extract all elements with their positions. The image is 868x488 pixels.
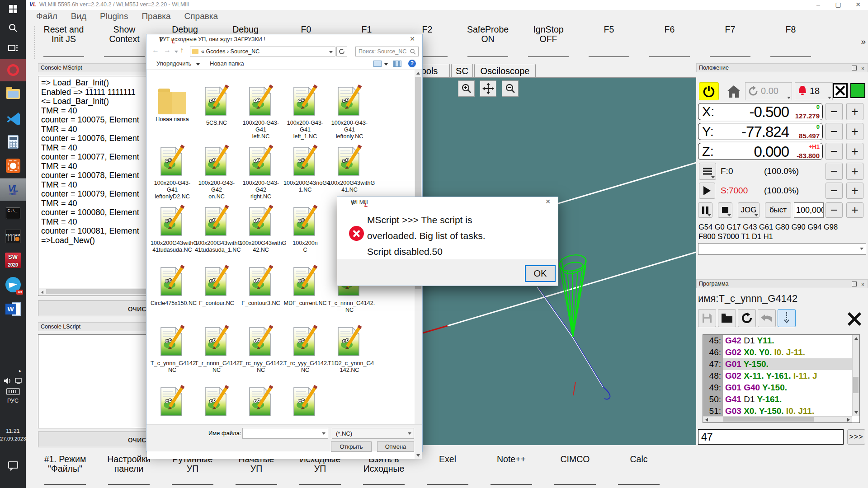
gcode-line[interactable]: 49:G01 G40 Y-150. (703, 382, 852, 394)
file-item[interactable]: 100x200G43withG 41.NC (328, 142, 371, 201)
gcode-line[interactable]: 45:G42 D1 Y11. (703, 335, 852, 347)
file-item[interactable]: F_contour.NC (195, 262, 238, 321)
file-item[interactable]: 100x200-G43-G42 on.NC (195, 142, 238, 201)
spindle-rotation-control[interactable]: 0.00 (745, 82, 792, 100)
jog-plus-button[interactable]: + (846, 202, 863, 218)
rapid-button[interactable]: быст (765, 202, 791, 218)
menu-item[interactable]: Справка (178, 10, 225, 22)
bottom-toolbar-button[interactable]: Exel (422, 452, 473, 486)
close-panel-icon[interactable]: × (861, 65, 864, 73)
undo-button[interactable] (758, 309, 776, 327)
close-button[interactable]: ✕ (848, 0, 868, 10)
bottom-toolbar-button[interactable]: CIMCO (549, 452, 601, 486)
nav-forward-icon[interactable]: → (164, 46, 171, 54)
spindle-plus-button[interactable]: + (846, 183, 863, 199)
toolbar-button[interactable]: F8 (765, 22, 816, 60)
axis-minus-button[interactable]: − (826, 123, 843, 140)
clock-time[interactable]: 11:21 (0, 427, 26, 435)
float-panel-icon[interactable] (852, 282, 857, 286)
dialog-close-button[interactable]: ✕ (402, 34, 422, 45)
menu-item[interactable]: Plugins (93, 10, 135, 22)
dialog-close-button[interactable]: ✕ (538, 197, 558, 209)
bottom-toolbar-button[interactable]: Note++ (486, 452, 537, 486)
gcode-line[interactable]: 48:G02 X-11. Y-161. I-11. J (703, 370, 852, 382)
file-item[interactable]: 100x200G43withG 41tudasuda.NC (151, 202, 194, 261)
filename-input[interactable] (242, 428, 328, 439)
toolbar-button[interactable]: Reset and Init JS (38, 22, 89, 60)
search-button[interactable] (0, 19, 26, 37)
gcode-line[interactable]: 46:G02 X0. Y0. I0. J-11. (703, 347, 852, 358)
jog-button[interactable]: JOG (738, 202, 760, 218)
new-folder-button[interactable]: Новая папка (210, 60, 244, 67)
run-from-line-button[interactable]: >>> (847, 429, 865, 445)
spindle-start-button[interactable] (699, 183, 715, 199)
help-icon[interactable]: ? (408, 60, 416, 67)
search-box[interactable]: Поиск: Source_NC (355, 47, 419, 56)
gcode-line[interactable]: 50:G41 D1 Y-161. (703, 394, 852, 405)
jog-step-input[interactable]: 100,000 (794, 202, 824, 218)
menu-item[interactable]: Правка (135, 10, 177, 22)
zoom-out-button[interactable] (502, 80, 519, 97)
filetype-filter[interactable]: (*.NC) (332, 428, 414, 439)
file-item[interactable]: Новая папка (151, 82, 194, 141)
axis-readout[interactable]: Z: 0.000 +H1 -83.800 (698, 143, 823, 160)
taskbar-item-wlmill-active[interactable]: VLmill (0, 178, 26, 201)
goto-line-input[interactable]: 47 (698, 429, 844, 445)
tray-icons[interactable] (0, 376, 26, 386)
refresh-button[interactable] (336, 47, 347, 56)
scroll-thumb[interactable] (853, 377, 859, 393)
taskbar-item-explorer[interactable] (0, 83, 26, 105)
file-item[interactable]: T_rc_nyy_G4142. NC (239, 322, 283, 381)
spindle-minus-button[interactable]: − (826, 183, 843, 199)
open-program-button[interactable] (718, 309, 736, 327)
view-caret-icon[interactable] (384, 63, 388, 66)
power-button[interactable] (699, 82, 719, 100)
gcode-line[interactable]: 51:G03 X0. Y-150. I0. J11. (703, 405, 852, 417)
axis-readout[interactable]: X: -0.500 0 127.279 (698, 103, 823, 120)
bottom-toolbar-button[interactable]: #1. Режим "Файлы" (39, 452, 91, 486)
tray-expand-button[interactable]: ▸ (0, 367, 26, 374)
taskbar-item-screenshot[interactable] (0, 155, 26, 177)
alarm-control[interactable]: 18 (795, 82, 833, 100)
menu-item[interactable]: Файл (29, 10, 64, 22)
keyboard-layout-button[interactable] (0, 387, 26, 396)
jog-minus-button[interactable]: − (826, 202, 843, 218)
ok-button[interactable]: OK (525, 265, 556, 282)
goto-line-button[interactable] (778, 309, 796, 327)
file-item[interactable]: 100x200-G43-G42 right.NC (239, 142, 283, 201)
task-view-button[interactable] (0, 39, 26, 57)
file-item[interactable]: 100x200-G43-G41 left_1.NC (283, 82, 327, 141)
gcode-vscrollbar[interactable] (852, 335, 859, 416)
address-bar[interactable]: « Gcodes › Source_NC (190, 47, 335, 56)
file-item[interactable]: T1D2_c_ynnn_G4 142.NC (328, 322, 371, 381)
language-indicator[interactable]: РУС (0, 397, 26, 405)
toolbar-button[interactable]: IgnStop OFF (523, 22, 574, 60)
tab-sc[interactable]: SC (451, 64, 473, 78)
nav-history-caret-icon[interactable] (175, 51, 178, 53)
file-item[interactable]: MDF_current.NC (283, 262, 327, 321)
file-item[interactable]: 100x200G43withG 42.NC (239, 202, 283, 261)
tab-osciloscope[interactable]: Osciloscope (474, 64, 536, 78)
taskbar-item-tascam[interactable]: TASCAM (0, 225, 26, 248)
taskbar-item-vscode[interactable] (0, 107, 26, 129)
organize-button[interactable]: Упорядочить (156, 60, 191, 67)
axis-minus-button[interactable]: − (826, 143, 843, 160)
menu-item[interactable]: Вид (64, 10, 93, 22)
gcode-list[interactable]: 45:G42 D1 Y11.46:G02 X0. Y0. I0. J-11.47… (703, 334, 860, 423)
gcode-line[interactable]: 47:G01 Y-150. (703, 358, 852, 370)
bottom-toolbar-button[interactable]: Calc (613, 452, 665, 486)
maximize-button[interactable]: ▢ (828, 0, 848, 10)
abort-button[interactable] (833, 83, 848, 98)
toolbar-button[interactable]: SafeProbe ON (462, 22, 513, 60)
close-program-button[interactable] (844, 309, 864, 329)
home-button[interactable] (724, 83, 743, 100)
file-item[interactable]: 100x200n C (283, 202, 327, 261)
taskbar-item-cmd[interactable]: C:\_ (0, 202, 26, 224)
axis-minus-button[interactable]: − (826, 103, 843, 120)
file-item[interactable]: F_contour3.NC (239, 262, 283, 321)
open-button[interactable]: Открыть (331, 441, 372, 452)
save-program-button[interactable] (698, 309, 716, 327)
cancel-button[interactable]: Отмена (377, 441, 414, 452)
taskbar-item-telegram[interactable]: .63 (0, 273, 26, 296)
axis-plus-button[interactable]: + (846, 123, 863, 140)
